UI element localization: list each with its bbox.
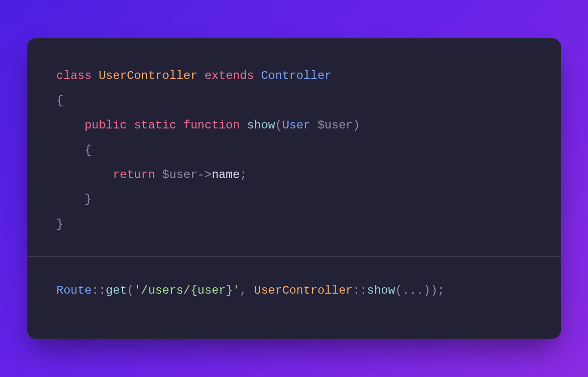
code-line: public static function show(User $user): [56, 119, 360, 132]
paren-open: (: [395, 284, 402, 297]
param-type: User: [282, 119, 311, 132]
semicolon: ;: [240, 168, 246, 181]
comma: ,: [240, 284, 254, 297]
semicolon: ;: [438, 284, 444, 297]
code-line: }: [56, 218, 63, 231]
code-pane-top: class UserController extends Controller …: [27, 38, 561, 256]
route-string: '/users/{user}': [134, 284, 240, 297]
keyword-static: static: [134, 119, 176, 132]
paren-close: ): [430, 284, 437, 297]
code-line: class UserController extends Controller: [56, 69, 332, 82]
variable: $user: [162, 168, 197, 181]
arrow-op: ->: [197, 168, 212, 181]
indent: [56, 144, 85, 157]
paren-close: ): [423, 284, 430, 297]
controller-class: UserController: [254, 284, 353, 297]
function-name: show: [247, 119, 275, 132]
code-card: class UserController extends Controller …: [27, 38, 561, 338]
show-method: show: [367, 284, 395, 297]
keyword-return: return: [113, 168, 155, 181]
indent: [56, 168, 113, 181]
double-colon: ::: [92, 284, 106, 297]
double-colon: ::: [353, 284, 367, 297]
indent: [56, 119, 85, 132]
brace-close: }: [85, 193, 92, 206]
code-line: {: [56, 94, 63, 107]
indent: [56, 193, 85, 206]
get-method: get: [106, 284, 127, 297]
property: name: [212, 168, 240, 181]
param-var: $user: [318, 119, 353, 132]
paren-open: (: [127, 284, 134, 297]
base-class: Controller: [261, 69, 332, 82]
code-pane-bottom: Route::get('/users/{user}', UserControll…: [27, 257, 561, 338]
route-class: Route: [56, 284, 92, 297]
brace-close: }: [56, 218, 63, 231]
class-name: UserController: [98, 69, 197, 82]
paren-close: ): [353, 119, 360, 132]
code-line: Route::get('/users/{user}', UserControll…: [56, 284, 444, 297]
keyword-extends: extends: [204, 69, 254, 82]
ellipsis: ...: [402, 284, 423, 297]
keyword-class: class: [56, 69, 92, 82]
brace-open: {: [85, 144, 92, 157]
code-line: {: [56, 144, 92, 157]
keyword-public: public: [85, 119, 127, 132]
keyword-function: function: [183, 119, 240, 132]
paren-open: (: [275, 119, 282, 132]
code-line: return $user->name;: [56, 168, 247, 181]
code-line: }: [56, 193, 92, 206]
brace-open: {: [56, 94, 63, 107]
